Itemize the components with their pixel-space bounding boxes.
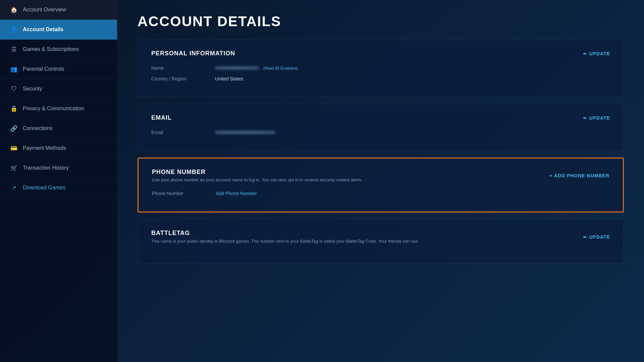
add-phone-number-button[interactable]: + ADD PHONE NUMBER — [549, 173, 609, 178]
sidebar-item-transaction-history[interactable]: 🛒 Transaction History — [0, 158, 117, 178]
sidebar-item-label-download-games: Download Games — [23, 185, 65, 191]
sidebar-item-label-connections: Connections — [23, 125, 53, 131]
name-value: (Real ID Enabled) — [215, 65, 298, 71]
link-icon: 🔗 — [10, 125, 17, 132]
email-row: Email — [151, 130, 610, 135]
battletag-section: BATTLETAG This name is your public ident… — [138, 219, 624, 263]
sidebar-item-label-account-overview: Account Overview — [23, 7, 66, 13]
email-label: Email — [151, 130, 202, 135]
email-section: EMAIL UPDATE Email — [138, 104, 624, 151]
main-content: ACCOUNT DETAILS PERSONAL INFORMATION UPD… — [117, 0, 644, 362]
email-blurred — [215, 131, 275, 134]
name-label: Name — [151, 65, 202, 71]
sidebar-item-label-games-subscriptions: Games & Subscriptions — [23, 46, 79, 52]
phone-title: PHONE NUMBER — [152, 169, 206, 175]
name-blurred — [215, 66, 259, 70]
name-row: Name (Real ID Enabled) — [151, 65, 610, 71]
personal-information-section: PERSONAL INFORMATION UPDATE Name (Real I… — [138, 40, 624, 97]
sidebar-item-connections[interactable]: 🔗 Connections — [0, 119, 117, 138]
cart-icon: 🛒 — [10, 164, 17, 172]
sidebar-item-label-payment-methods: Payment Methods — [23, 145, 66, 151]
personal-info-header: PERSONAL INFORMATION UPDATE — [151, 50, 610, 57]
list-icon: ☰ — [10, 46, 17, 53]
home-icon: 🏠 — [10, 6, 17, 13]
sidebar-item-label-transaction-history: Transaction History — [23, 165, 69, 171]
shield-icon: 🛡 — [10, 85, 17, 93]
sidebar-item-privacy-communication[interactable]: 🔒 Privacy & Communication — [0, 99, 117, 119]
sidebar-item-label-account-details: Account Details — [23, 26, 63, 33]
add-phone-link[interactable]: Add Phone Number — [216, 191, 257, 196]
lock-icon: 🔒 — [10, 105, 17, 112]
card-icon: 💳 — [10, 144, 17, 152]
personal-info-update-button[interactable]: UPDATE — [583, 51, 610, 56]
battletag-title-group: BATTLETAG This name is your public ident… — [151, 230, 418, 245]
external-link-icon: ↗ — [10, 184, 17, 191]
page-title: ACCOUNT DETAILS — [138, 13, 624, 29]
phone-label: Phone Number — [152, 191, 202, 196]
real-id-badge: (Real ID Enabled) — [263, 66, 298, 71]
phone-number-section: PHONE NUMBER Use your phone number as yo… — [138, 158, 624, 213]
sidebar-item-parental-controls[interactable]: 👥 Parental Controls — [0, 59, 117, 79]
sidebar-item-label-security: Security — [23, 86, 42, 92]
sidebar-item-download-games[interactable]: ↗ Download Games — [0, 178, 117, 198]
pencil-icon-email — [583, 115, 587, 121]
country-value: United States — [215, 76, 243, 81]
sidebar: 🏠 Account Overview 👤 Account Details ☰ G… — [0, 0, 117, 362]
person-icon: 👤 — [10, 26, 17, 33]
email-header: EMAIL UPDATE — [151, 114, 610, 121]
battletag-update-button[interactable]: UPDATE — [583, 234, 610, 240]
sidebar-item-label-privacy-communication: Privacy & Communication — [23, 106, 84, 112]
phone-header: PHONE NUMBER Use your phone number as yo… — [152, 169, 609, 182]
battletag-title: BATTLETAG — [151, 230, 190, 236]
email-title: EMAIL — [151, 114, 172, 121]
phone-subtitle: Use your phone number as your account na… — [152, 177, 363, 182]
pencil-icon — [583, 51, 587, 56]
pencil-icon-battletag — [583, 234, 587, 240]
battletag-description: This name is your public identity in Bli… — [151, 238, 418, 245]
country-row: Country / Region United States — [151, 76, 610, 81]
email-value — [215, 130, 275, 135]
phone-title-group: PHONE NUMBER Use your phone number as yo… — [152, 169, 363, 182]
sidebar-item-account-details[interactable]: 👤 Account Details — [0, 20, 117, 40]
parental-icon: 👥 — [10, 65, 17, 73]
sidebar-item-security[interactable]: 🛡 Security — [0, 79, 117, 99]
country-label: Country / Region — [151, 76, 202, 81]
personal-info-title: PERSONAL INFORMATION — [151, 50, 235, 57]
battletag-header: BATTLETAG This name is your public ident… — [151, 230, 610, 245]
sidebar-item-account-overview[interactable]: 🏠 Account Overview — [0, 0, 117, 20]
email-update-button[interactable]: UPDATE — [583, 115, 610, 121]
sidebar-item-label-parental-controls: Parental Controls — [23, 66, 64, 72]
sidebar-item-payment-methods[interactable]: 💳 Payment Methods — [0, 138, 117, 158]
phone-row: Phone Number Add Phone Number — [152, 191, 609, 196]
sidebar-item-games-subscriptions[interactable]: ☰ Games & Subscriptions — [0, 40, 117, 59]
